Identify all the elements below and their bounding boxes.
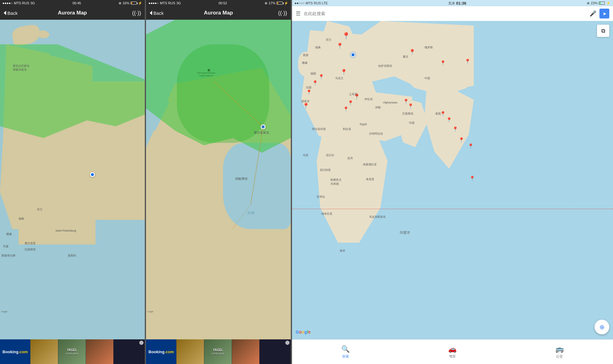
denmark-label-1: 丹麦 (3, 245, 9, 249)
indian-ocean-g-label: 印度洋 (400, 230, 410, 235)
yagel-text-2: YAGELHOTEL&SPA (212, 348, 225, 355)
g-carrier: MTS RUS (306, 1, 321, 5)
transit-icon: 🚌 (555, 345, 564, 353)
back-button-2[interactable]: Back (150, 10, 164, 16)
drive-label: 驾车 (449, 354, 456, 359)
pin-15[interactable]: 📍 (408, 104, 414, 109)
search-bar[interactable]: ☰ 🎤 ➤ (292, 6, 613, 21)
hamburger-icon[interactable]: ☰ (296, 10, 301, 17)
tab-drive[interactable]: 🚗 驾车 (399, 345, 506, 359)
pin-2[interactable]: 📍 (336, 43, 343, 49)
ad-img-1 (30, 339, 58, 364)
back-label-1: Back (7, 10, 18, 16)
signal-dots-2: ●●●●○ (148, 1, 159, 5)
legal-text-2: Legal (147, 310, 153, 313)
explore-icon: 🔍 (341, 345, 350, 353)
pin-8[interactable]: 📍 (440, 61, 446, 66)
pin-12[interactable]: 📍 (343, 107, 349, 112)
equator-line (292, 209, 613, 209)
layers-icon: ⧉ (601, 28, 605, 34)
pin-16[interactable]: 📍 (440, 111, 446, 116)
layer-button[interactable]: ⧉ (597, 25, 609, 37)
ad-card-2[interactable]: YAGELHOTEL&SPA Мурман... (58, 339, 86, 364)
pin-20[interactable]: 📍 (468, 144, 474, 149)
ad-bar-1: Booking.com Мурман... YAGELHOTEL&SPA Мур… (0, 339, 145, 364)
g-loc-icon: ⊕ (587, 1, 590, 5)
battery-fill-2 (277, 2, 278, 4)
svalbard-land (11, 24, 41, 47)
back-button-1[interactable]: Back (4, 10, 18, 16)
google-map-area[interactable]: 📍 📍 📍 📍 📍 📍 📍 📍 📍 📍 📍 📍 📍 📍 📍 📍 📍 📍 📍 📍 … (292, 21, 613, 339)
ad-card-3[interactable]: Мурман... (86, 339, 113, 364)
g-batt-text: 23% (591, 1, 598, 5)
ad-img-6 (232, 339, 259, 364)
pin-3[interactable]: 📍 (340, 69, 347, 75)
norway-label-1: 挪威 (6, 232, 12, 236)
drive-icon: 🚗 (448, 345, 457, 353)
mali-g-label: 马里 (303, 153, 308, 157)
pin-9[interactable]: 📍 (465, 59, 471, 64)
pin-21[interactable]: 📍 (469, 176, 475, 181)
map-area-2: Varangerhalveyanasjonalpark 摩尔曼斯克 阿帕季特 白… (146, 20, 291, 339)
time-2: 00:52 (218, 1, 227, 5)
pin-6[interactable]: 📍 (306, 90, 312, 95)
tab-transit[interactable]: 🚌 公交 (506, 345, 613, 359)
booking-logo-1[interactable]: Booking.com (0, 339, 30, 364)
ad-info-icon-1[interactable]: i (139, 341, 144, 345)
ad-info-icon-2[interactable]: i (285, 341, 290, 345)
signal-dots-1: ●●●●○ (2, 1, 13, 5)
panel-3: ●●○○○ MTS RUS LTE 北冰 01:36 ⊕ 23% ⚡ ☰ 🎤 ➤ (292, 0, 613, 364)
ad-card-6[interactable]: Мурман... (232, 339, 259, 364)
bottom-tab-bar: 🔍 探索 🚗 驾车 🚌 公交 (292, 339, 613, 364)
pin-1[interactable]: 📍 (342, 33, 350, 39)
pin-11[interactable]: 📍 (347, 101, 354, 106)
tab-explore[interactable]: 🔍 探索 (292, 345, 399, 359)
navigate-icon[interactable]: ➤ (599, 9, 609, 18)
time-1: 00:45 (72, 1, 81, 5)
uk-land (298, 52, 317, 76)
wifi-icon-1[interactable]: ((·)) (132, 10, 141, 16)
stockholm-label: 斯德哥尔摩 (2, 254, 15, 258)
wifi-icon-2[interactable]: ((·)) (278, 10, 287, 16)
pin-18[interactable]: 📍 (452, 127, 458, 132)
aurora-center (177, 44, 269, 143)
asia-land (424, 83, 474, 169)
google-logo: Google (296, 330, 311, 334)
g-time: 01:36 (456, 1, 466, 6)
pin-17[interactable]: 📍 (446, 118, 452, 123)
pin-4[interactable]: 📍 (318, 75, 324, 79)
pin-5[interactable]: 📍 (312, 81, 318, 86)
pin-10[interactable]: 📍 (353, 94, 360, 99)
g-wifi-label: 北冰 (448, 1, 455, 6)
location-dot-3 (351, 53, 355, 57)
pin-19[interactable]: 📍 (458, 138, 465, 143)
mic-icon[interactable]: 🎤 (590, 10, 596, 17)
ad-card-5[interactable]: YAGELHOTEL&SPA Мурман... (204, 339, 232, 364)
ad-bar-2: Booking.com Мурман... YAGELHOTEL&SPA Мур… (146, 339, 291, 364)
booking-logo-2[interactable]: Booking.com (146, 339, 176, 364)
ad-cards-2: Мурман... YAGELHOTEL&SPA Мурман... Мурма… (176, 339, 291, 364)
search-input[interactable] (304, 8, 587, 19)
g-network: LTE (322, 1, 328, 5)
yagel-text: YAGELHOTEL&SPA (66, 348, 79, 355)
white-sea (223, 143, 291, 229)
pin-7[interactable]: 📍 (409, 49, 416, 55)
charging-icon-2: ⚡ (284, 1, 288, 5)
panel-1: ●●●●○ MTS RUS 3G 00:45 ⊕ 16% ⚡ Back Auro… (0, 0, 145, 364)
battery-fill-1 (131, 2, 132, 4)
locate-button[interactable]: ⊕ (595, 320, 609, 334)
g-battery (599, 2, 605, 5)
ad-card-1[interactable]: Мурман... (30, 339, 58, 364)
nav-title-2: Aurora Map (204, 10, 233, 16)
nav-bar-1: Back Aurora Map ((·)) (0, 6, 145, 20)
panel-2: ●●●●○ MTS RUS 3G 00:52 ⊕ 17% ⚡ Back Auro… (146, 0, 291, 364)
legal-text-1: Legal (1, 310, 7, 313)
latvia-label-1: 拉脱维亚 (25, 248, 36, 252)
battery-1 (131, 2, 137, 5)
ad-card-4[interactable]: Мурман... (176, 339, 204, 364)
status-bar-3: ●●○○○ MTS RUS LTE 北冰 01:36 ⊕ 23% ⚡ (292, 0, 613, 6)
ad-img-4 (177, 339, 204, 364)
park-dot-2 (208, 69, 210, 71)
booking-text-1: Booking.com (2, 350, 28, 354)
pin-13[interactable]: 📍 (302, 103, 309, 109)
